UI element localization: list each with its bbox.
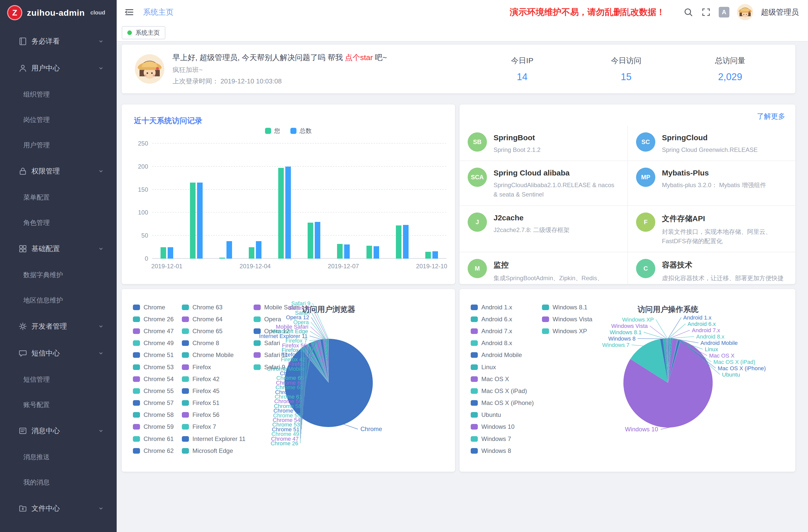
sidebar-subitem[interactable]: 菜单配置 bbox=[0, 185, 117, 210]
sidebar-subitem[interactable]: 岗位管理 bbox=[0, 107, 117, 132]
os-pie-card: 访问用户操作系统 Android 1.xAndroid 6.xAndroid 7… bbox=[460, 289, 795, 472]
message-icon bbox=[18, 426, 27, 435]
tech-title: SpringCloud bbox=[662, 133, 758, 142]
avatar-image bbox=[135, 54, 164, 84]
tech-badge: F bbox=[636, 213, 655, 232]
grid-icon bbox=[18, 244, 27, 253]
user-name[interactable]: 超级管理员 bbox=[761, 7, 799, 18]
pie-callout-label: Android 1.x bbox=[683, 314, 711, 321]
pie-callout-label: Mac OS X (iPad) bbox=[713, 359, 755, 365]
tech-badge: SCA bbox=[468, 168, 487, 187]
y-tick-label: 250 bbox=[130, 140, 148, 147]
chevron-down-icon bbox=[97, 168, 105, 175]
bar bbox=[366, 246, 372, 259]
bar bbox=[226, 241, 232, 259]
sidebar-subitem[interactable]: 组织管理 bbox=[0, 82, 117, 107]
sidebar-subitem[interactable]: 消息推送 bbox=[0, 444, 117, 470]
stat-value: 2,029 bbox=[678, 72, 782, 82]
bar-group bbox=[270, 144, 299, 259]
bar-group bbox=[240, 144, 270, 259]
user-avatar[interactable] bbox=[737, 4, 753, 20]
star-link[interactable]: 点个star bbox=[345, 53, 373, 61]
tech-desc: Mybatis-plus 3.2.0： Mybatis 增强组件 bbox=[662, 180, 766, 190]
sidebar-subitem[interactable]: 数据字典维护 bbox=[0, 262, 117, 288]
search-icon[interactable] bbox=[683, 7, 693, 17]
breadcrumb[interactable]: 系统主页 bbox=[143, 7, 173, 18]
sidebar-item-5[interactable]: 开发者管理 bbox=[0, 313, 117, 340]
bar bbox=[219, 258, 225, 259]
tech-item: F文件存储API封装文件接口，实现本地存储、阿里云、FastDFS存储的配置化 bbox=[627, 206, 795, 252]
sidebar-item-label: 开发者管理 bbox=[32, 322, 67, 331]
tab-label: 系统主页 bbox=[135, 29, 160, 37]
sidebar-item-7[interactable]: 消息中心 bbox=[0, 417, 117, 444]
font-size-icon[interactable]: A bbox=[719, 7, 729, 18]
stat-label: 今日访问 bbox=[574, 56, 678, 66]
sidebar-item-8[interactable]: 文件中心 bbox=[0, 495, 117, 522]
tech-desc: 封装文件接口，实现本地存储、阿里云、FastDFS存储的配置化 bbox=[662, 227, 786, 246]
x-tick-label: 2019-12-10 bbox=[414, 263, 449, 270]
sidebar-item-4[interactable]: 基础配置 bbox=[0, 235, 117, 262]
callout-line bbox=[669, 324, 685, 338]
chevron-down-icon bbox=[97, 505, 105, 512]
sidebar-item-6[interactable]: 短信中心 bbox=[0, 340, 117, 367]
bar bbox=[396, 225, 402, 259]
bar bbox=[161, 247, 166, 259]
callout-line bbox=[656, 319, 667, 338]
learn-more-link[interactable]: 了解更多 bbox=[757, 112, 785, 121]
bar bbox=[315, 222, 320, 259]
stats-row: 今日IP 14 今日访问 15 总访问量 2,029 bbox=[470, 56, 782, 82]
sidebar-item-1[interactable]: 务必详看 bbox=[0, 28, 117, 55]
sidebar-subitem[interactable]: 角色管理 bbox=[0, 210, 117, 235]
tech-title: SpringBoot bbox=[494, 133, 540, 142]
bar bbox=[190, 183, 196, 259]
sidebar-subitem[interactable]: 地区信息维护 bbox=[0, 288, 117, 313]
tech-item: JJ2cacheJ2cache2.7.8: 二级缓存框架 bbox=[460, 206, 627, 252]
stat-today-visits: 今日访问 15 bbox=[574, 56, 678, 82]
pie-callout-label: Android Mobile bbox=[700, 340, 738, 346]
y-tick-label: 150 bbox=[130, 186, 148, 193]
x-tick-label: 2019-12-01 bbox=[149, 263, 185, 270]
tech-badge: SC bbox=[636, 132, 655, 152]
bar bbox=[308, 223, 313, 259]
sidebar-item-3[interactable]: 权限管理 bbox=[0, 158, 117, 185]
stat-today-ip: 今日IP 14 bbox=[470, 56, 574, 82]
legend-item[interactable]: 总数 bbox=[290, 127, 312, 135]
sidebar: Z zuihou-admin cloud 务必详看用户中心组织管理岗位管理用户管… bbox=[0, 0, 117, 532]
content: 早上好, 超级管理员, 今天帮别人解决问题了吗 帮我 点个star 吧~ 疯狂加… bbox=[117, 41, 808, 532]
tech-title: 监控 bbox=[494, 260, 618, 270]
bar-group bbox=[358, 144, 387, 259]
y-tick-label: 50 bbox=[130, 232, 148, 239]
visit-chart-plot: 0501001502002502019-12-012019-12-042019-… bbox=[152, 144, 446, 259]
tech-badge: M bbox=[468, 259, 487, 278]
bar bbox=[403, 225, 408, 259]
fullscreen-icon[interactable] bbox=[701, 7, 711, 17]
chevron-down-icon bbox=[97, 427, 105, 434]
tech-badge: MP bbox=[636, 168, 655, 187]
legend-item[interactable]: 您 bbox=[265, 127, 280, 135]
y-tick-label: 100 bbox=[130, 209, 148, 216]
callout-line bbox=[310, 336, 322, 340]
tech-desc: SpringCloudAlibaba2.1.0.RELEASE & nacos … bbox=[494, 180, 618, 199]
app-logo[interactable]: Z zuihou-admin cloud bbox=[0, 0, 117, 25]
greeting-post: 吧~ bbox=[373, 53, 387, 61]
sidebar-item-label: 短信中心 bbox=[32, 348, 60, 358]
tab-system-home[interactable]: 系统主页 bbox=[122, 26, 165, 39]
tech-desc: Spring Boot 2.1.2 bbox=[494, 145, 540, 154]
sidebar-item-label: 文件中心 bbox=[32, 503, 60, 513]
pie-callout-label: Chrome 26 bbox=[271, 440, 298, 446]
greeting-text-block: 早上好, 超级管理员, 今天帮别人解决问题了吗 帮我 点个star 吧~ 疯狂加… bbox=[172, 53, 387, 86]
y-tick-label: 0 bbox=[130, 255, 148, 262]
stat-value: 14 bbox=[470, 72, 574, 82]
sidebar-item-2[interactable]: 用户中心 bbox=[0, 55, 117, 82]
tech-title: Mybatis-Plus bbox=[662, 169, 766, 177]
sidebar-subitem[interactable]: 短信管理 bbox=[0, 367, 117, 392]
pie-callout-label: Ubuntu bbox=[722, 371, 740, 378]
callout-line bbox=[638, 338, 661, 339]
visit-chart-legend: 您总数 bbox=[122, 127, 455, 135]
sidebar-subitem[interactable]: 用户管理 bbox=[0, 132, 117, 158]
collapse-menu-button[interactable] bbox=[123, 5, 136, 19]
sidebar-subitem[interactable]: 我的消息 bbox=[0, 470, 117, 495]
sidebar-subitem[interactable]: 账号配置 bbox=[0, 392, 117, 417]
pie-callout-label: Windows XP bbox=[622, 316, 654, 323]
pie-callout-label: Windows 10 bbox=[625, 426, 658, 433]
